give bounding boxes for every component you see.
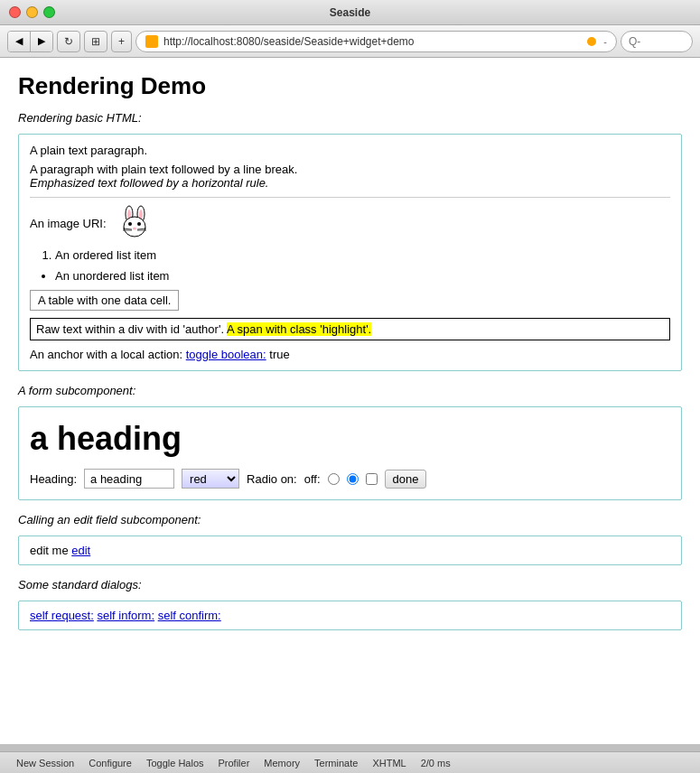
plain-text-para: A plain text paragraph. <box>30 144 670 157</box>
nav-buttons: ◀ ▶ <box>7 31 53 52</box>
bookmark-button[interactable]: ⊞ <box>84 31 107 52</box>
svg-point-7 <box>133 228 136 230</box>
status-memory[interactable]: Memory <box>257 758 307 768</box>
status-toggle-halos[interactable]: Toggle Halos <box>139 758 211 768</box>
search-input[interactable] <box>621 31 693 52</box>
toggle-boolean-link[interactable]: toggle boolean: <box>186 348 266 361</box>
basic-html-demo-box: A plain text paragraph. A paragraph with… <box>18 134 682 371</box>
toolbar: ◀ ▶ ↻ ⊞ + http://localhost:8080/seaside/… <box>0 25 700 58</box>
form-subcomponent-box: a heading Heading: red green blue Radio … <box>18 406 682 500</box>
site-info-icon <box>587 37 596 46</box>
radio-off[interactable] <box>328 473 340 485</box>
form-controls: Heading: red green blue Radio on: off: d… <box>30 469 670 489</box>
title-bar: Seaside <box>0 0 700 25</box>
self-request-link[interactable]: self request: <box>30 609 94 622</box>
ordered-list: An ordered list item <box>55 248 670 262</box>
author-div: Raw text within a div with id 'author'. … <box>30 318 670 340</box>
status-profiler[interactable]: Profiler <box>211 758 257 768</box>
toggle-value: true <box>269 348 289 361</box>
radio-label: Radio on: <box>247 472 297 486</box>
done-button[interactable]: done <box>385 470 427 489</box>
anchor-label: An anchor with a local action: <box>30 348 182 361</box>
svg-point-5 <box>128 222 132 226</box>
image-label: An image URI: <box>30 217 107 230</box>
window-controls <box>9 6 55 18</box>
highlight-span: A span with class 'highlight'. <box>227 322 371 336</box>
window-title: Seaside <box>330 6 370 19</box>
status-timing: 2/0 ms <box>414 758 458 768</box>
ordered-list-item: An ordered list item <box>55 248 670 262</box>
heading-label: Heading: <box>30 472 77 486</box>
svg-point-4 <box>124 217 145 237</box>
section2-label: A form subcomponent: <box>18 384 682 397</box>
dialogs-box: self request: self inform: self confirm: <box>18 601 682 630</box>
reload-button[interactable]: ↻ <box>57 31 80 52</box>
emphasized-text: Emphasized text followed by a horizontal… <box>30 176 268 190</box>
minimize-button[interactable] <box>26 6 38 18</box>
close-button[interactable] <box>9 6 21 18</box>
section1-label: Rendering basic HTML: <box>18 111 682 125</box>
maximize-button[interactable] <box>43 6 55 18</box>
self-confirm-link[interactable]: self confirm: <box>158 609 221 622</box>
url-end-icon: - <box>603 36 607 47</box>
table-cell: A table with one data cell. <box>31 291 179 311</box>
demo-table: A table with one data cell. <box>30 290 179 311</box>
section3-label: Calling an edit field subcomponent: <box>18 513 682 526</box>
heading-input[interactable] <box>84 469 174 489</box>
status-configure[interactable]: Configure <box>81 758 139 768</box>
para-line1: A paragraph with plain text followed by … <box>30 163 297 176</box>
address-bar[interactable]: http://localhost:8080/seaside/Seaside+wi… <box>135 31 617 52</box>
edit-field-box: edit me edit <box>18 536 682 565</box>
status-bar: New Session Configure Toggle Halos Profi… <box>0 751 700 773</box>
para-with-break: A paragraph with plain text followed by … <box>30 163 670 190</box>
svg-point-6 <box>137 222 141 226</box>
big-heading: a heading <box>30 420 670 458</box>
main-content: Rendering Demo Rendering basic HTML: A p… <box>0 58 700 744</box>
section4-label: Some standard dialogs: <box>18 578 682 591</box>
add-tab-button[interactable]: + <box>111 31 132 52</box>
url-text: http://localhost:8080/seaside/Seaside+wi… <box>163 35 580 48</box>
unordered-list-item: An unordered list item <box>55 269 670 283</box>
checkbox-demo[interactable] <box>366 473 378 485</box>
status-xhtml[interactable]: XHTML <box>365 758 413 768</box>
status-new-session[interactable]: New Session <box>9 758 81 768</box>
radio-on[interactable] <box>347 473 359 485</box>
rabbit-image <box>114 205 159 241</box>
unordered-list: An unordered list item <box>55 269 670 283</box>
anchor-row: An anchor with a local action: toggle bo… <box>30 348 670 361</box>
status-terminate[interactable]: Terminate <box>307 758 365 768</box>
favicon-icon <box>145 35 158 48</box>
forward-button[interactable]: ▶ <box>31 32 52 51</box>
author-text: Raw text within a div with id 'author'. <box>36 322 224 336</box>
edit-link[interactable]: edit <box>71 544 90 557</box>
horizontal-rule <box>30 197 670 198</box>
page-title: Rendering Demo <box>18 72 682 100</box>
self-inform-link[interactable]: self inform: <box>97 609 154 622</box>
back-button[interactable]: ◀ <box>8 32 31 51</box>
color-select[interactable]: red green blue <box>182 469 239 489</box>
edit-text: edit me <box>30 544 69 557</box>
image-row: An image URI: <box>30 205 670 241</box>
radio-off-label: off: <box>304 472 321 486</box>
